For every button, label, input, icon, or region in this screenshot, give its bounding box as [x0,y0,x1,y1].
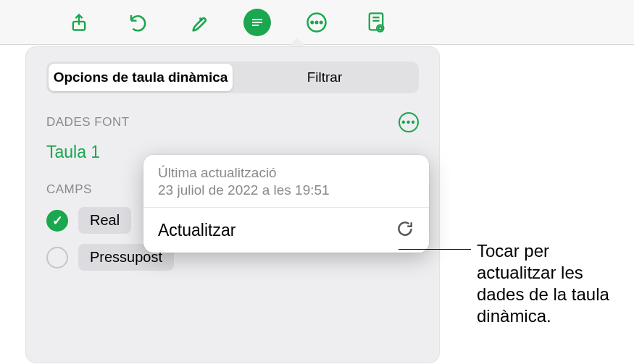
source-more-button[interactable]: ••• [399,112,419,132]
tab-pivot-options[interactable]: Opcions de taula dinàmica [49,64,233,91]
field-checkbox[interactable] [46,210,68,232]
refresh-popup: Última actualització 23 juliol de 2022 a… [143,155,429,253]
refresh-button-label: Actualitzar [158,221,235,240]
refresh-icon [396,219,414,241]
tab-filter[interactable]: Filtrar [233,64,417,91]
refresh-button[interactable]: Actualitzar [143,208,429,253]
field-checkbox[interactable] [46,247,68,268]
callout-text: Tocar per actualitzar les dades de la ta… [471,240,623,327]
share-icon[interactable] [65,9,93,36]
undo-icon[interactable] [125,9,152,36]
source-data-header-row: DADES FONT ••• [46,112,419,132]
popover-caret [288,38,306,46]
more-icon[interactable] [303,9,330,36]
ellipsis-icon: ••• [401,117,416,128]
pivot-options-icon[interactable] [243,9,271,36]
segmented-control: Opcions de taula dinàmica Filtrar [46,62,419,93]
svg-point-6 [316,21,318,23]
help-callout: Tocar per actualitzar les dades de la ta… [399,240,623,327]
callout-leader-line [399,249,471,250]
format-brush-icon[interactable] [184,9,212,36]
source-data-heading: DADES FONT [46,115,130,130]
last-update-label: Última actualització [158,165,414,181]
svg-point-7 [320,21,322,23]
svg-point-5 [312,21,314,23]
last-update-timestamp: 23 juliol de 2022 a les 19:51 [158,182,414,198]
field-pill[interactable]: Real [78,207,131,234]
last-update-block: Última actualització 23 juliol de 2022 a… [143,155,429,208]
document-view-icon[interactable] [362,9,390,36]
toolbar [0,0,634,45]
